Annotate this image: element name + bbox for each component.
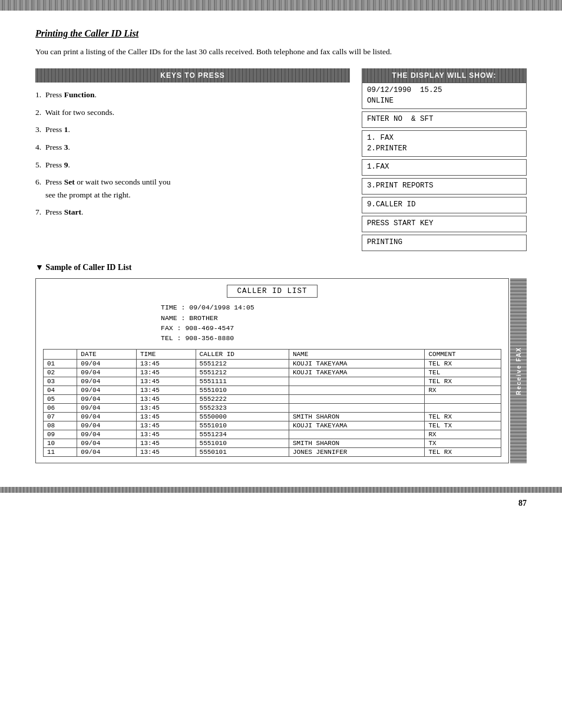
row-caller-id: 5551212 [196,368,289,377]
row-date: 09/04 [77,448,137,457]
keys-to-press-header: KEYS TO PRESS [35,68,350,83]
intro-text: You can print a listing of the Caller ID… [35,46,527,58]
row-num: 10 [44,439,77,448]
step-5: 5. Press 9. [35,159,350,172]
row-time: 13:45 [136,448,196,457]
row-num: 07 [44,413,77,421]
row-date: 09/04 [77,395,137,404]
row-date: 09/04 [77,439,137,448]
row-name [289,430,425,439]
row-name: KOUJI TAKEYAMA [289,421,425,430]
table-header: DATE TIME CALLER ID NAME COMMENT [44,350,501,360]
row-comment: RX [425,386,501,395]
step-4-key: 3 [64,143,68,151]
row-num: 08 [44,421,77,430]
row-time: 13:45 [136,360,196,368]
row-num: 02 [44,368,77,377]
row-name [289,395,425,404]
step-3: 3. Press 1. [35,123,350,136]
lcd-display-6: 9.CALLER ID [362,197,527,213]
table-row: 04 09/04 13:45 5551010 RX [44,386,501,395]
row-time: 13:45 [136,413,196,421]
col-comment: COMMENT [425,350,501,360]
row-name: SMITH SHARON [289,439,425,448]
row-caller-id: 5551010 [196,421,289,430]
info-fax: FAX : 908-469-4547 [161,323,501,333]
row-caller-id: 5551234 [196,430,289,439]
row-time: 13:45 [136,368,196,377]
table-row: 11 09/04 13:45 5550101 JONES JENNIFER TE… [44,448,501,457]
row-time: 13:45 [136,421,196,430]
bottom-decorative-bar [0,487,562,493]
display-header: THE DISPLAY WILL SHOW: [362,68,527,83]
table-row: 09 09/04 13:45 5551234 RX [44,430,501,439]
caller-id-list-container: CALLER ID LIST TIME : 09/04/1998 14:05 N… [35,278,509,463]
table-row: 01 09/04 13:45 5551212 KOUJI TAKEYAMA TE… [44,360,501,368]
lcd-display-8: PRINTING [362,235,527,251]
row-num: 01 [44,360,77,368]
lcd-display-5: 3.PRINT REPORTS [362,178,527,195]
row-num: 05 [44,395,77,404]
section-title: Printing the Caller ID List [35,28,527,39]
row-comment: TEL RX [425,448,501,457]
row-date: 09/04 [77,430,137,439]
row-comment: TEL [425,368,501,377]
row-time: 13:45 [136,439,196,448]
info-name: NAME : BROTHER [161,313,501,323]
step-6-key: Set [64,177,75,186]
lcd-display-7: PRESS START KEY [362,216,527,232]
row-time: 13:45 [136,377,196,386]
row-comment [425,395,501,404]
row-num: 03 [44,377,77,386]
row-caller-id: 5552222 [196,395,289,404]
page-number: 87 [0,493,562,508]
row-comment: RX [425,430,501,439]
lcd-display-3: 1. FAX 2.PRINTER [362,130,527,157]
step-3-key: 1 [64,125,68,134]
row-comment: TEL RX [425,377,501,386]
table-row: 02 09/04 13:45 5551212 KOUJI TAKEYAMA TE… [44,368,501,377]
row-name: JONES JENNIFER [289,448,425,457]
row-date: 09/04 [77,386,137,395]
lcd-display-1: 09/12/1990 15.25 ONLINE [362,83,527,109]
step-6: 6. Press Set or wait two seconds until y… [35,176,350,201]
col-date: DATE [77,350,137,360]
info-time: TIME : 09/04/1998 14:05 [161,302,501,312]
row-comment: TEL RX [425,413,501,421]
page-container: Printing the Caller ID List You can prin… [0,0,562,728]
row-name: SMITH SHARON [289,413,425,421]
table-row: 08 09/04 13:45 5551010 KOUJI TAKEYAMA TE… [44,421,501,430]
lcd-display-4: 1.FAX [362,159,527,176]
side-tab-text: Receive FAX [515,347,522,395]
row-date: 09/04 [77,404,137,413]
caller-id-info: TIME : 09/04/1998 14:05 NAME : BROTHER F… [43,302,501,343]
row-date: 09/04 [77,377,137,386]
table-row: 03 09/04 13:45 5551111 TEL RX [44,377,501,386]
step-1: 1. Press Function. [35,88,350,101]
sample-title: Sample of Caller ID List [35,263,527,272]
sample-section: Sample of Caller ID List CALLER ID LIST … [35,263,527,463]
info-tel: TEL : 908-356-8880 [161,333,501,343]
lcd-boxes: 09/12/1990 15.25 ONLINE FNTER NO & SFT 1… [362,83,527,251]
caller-id-list-header: CALLER ID LIST [43,285,501,298]
step-7-key: Start [64,207,81,216]
row-num: 06 [44,404,77,413]
row-comment [425,404,501,413]
step-5-key: 9 [64,160,68,169]
row-date: 09/04 [77,360,137,368]
row-caller-id: 5551111 [196,377,289,386]
row-comment: TEL TX [425,421,501,430]
row-name [289,386,425,395]
col-time: TIME [136,350,196,360]
row-time: 13:45 [136,395,196,404]
row-caller-id: 5551010 [196,439,289,448]
row-time: 13:45 [136,386,196,395]
col-caller-id: CALLER ID [196,350,289,360]
step-4: 4. Press 3. [35,141,350,154]
row-comment: TEL RX [425,360,501,368]
row-date: 09/04 [77,413,137,421]
lcd-display-2: FNTER NO & SFT [362,111,527,128]
display-column: THE DISPLAY WILL SHOW: 09/12/1990 15.25 … [362,68,527,251]
row-name [289,404,425,413]
row-name: KOUJI TAKEYAMA [289,360,425,368]
